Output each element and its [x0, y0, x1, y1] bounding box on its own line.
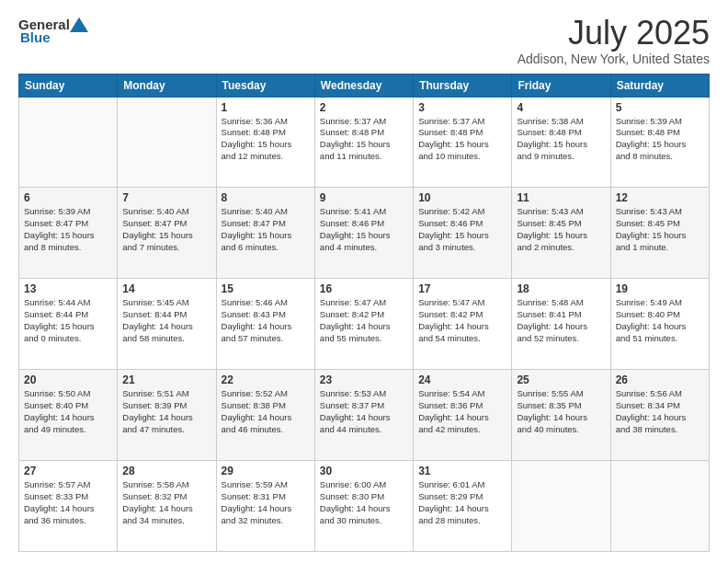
calendar-week-row: 13Sunrise: 5:44 AM Sunset: 8:44 PM Dayli… — [19, 279, 710, 370]
day-number: 7 — [122, 191, 210, 204]
calendar-cell: 18Sunrise: 5:48 AM Sunset: 8:41 PM Dayli… — [512, 279, 610, 370]
day-number: 23 — [320, 373, 408, 386]
calendar-cell: 23Sunrise: 5:53 AM Sunset: 8:37 PM Dayli… — [314, 370, 413, 461]
day-number: 8 — [222, 191, 310, 204]
day-info: Sunrise: 5:49 AM Sunset: 8:40 PM Dayligh… — [616, 297, 704, 344]
day-info: Sunrise: 5:41 AM Sunset: 8:46 PM Dayligh… — [320, 206, 408, 253]
day-number: 21 — [122, 373, 210, 386]
day-info: Sunrise: 5:52 AM Sunset: 8:38 PM Dayligh… — [222, 388, 310, 435]
logo-blue-text: Blue — [20, 29, 51, 45]
main-title: July 2025 — [518, 15, 710, 52]
calendar-cell: 31Sunrise: 6:01 AM Sunset: 8:29 PM Dayli… — [414, 461, 512, 552]
day-number: 22 — [222, 373, 310, 386]
calendar-cell: 1Sunrise: 5:36 AM Sunset: 8:48 PM Daylig… — [216, 97, 314, 188]
calendar-cell: 2Sunrise: 5:37 AM Sunset: 8:48 PM Daylig… — [314, 97, 413, 188]
calendar-cell: 28Sunrise: 5:58 AM Sunset: 8:32 PM Dayli… — [118, 461, 216, 552]
day-number: 28 — [122, 465, 210, 477]
calendar-cell: 24Sunrise: 5:54 AM Sunset: 8:36 PM Dayli… — [414, 370, 512, 461]
day-number: 4 — [517, 101, 605, 114]
day-number: 6 — [24, 191, 112, 204]
calendar-cell — [118, 97, 216, 188]
day-number: 30 — [320, 465, 408, 477]
calendar-cell: 4Sunrise: 5:38 AM Sunset: 8:48 PM Daylig… — [512, 97, 610, 188]
logo-icon — [70, 15, 88, 33]
day-number: 5 — [616, 101, 704, 114]
calendar-table: SundayMondayTuesdayWednesdayThursdayFrid… — [18, 74, 710, 552]
day-info: Sunrise: 5:43 AM Sunset: 8:45 PM Dayligh… — [616, 206, 704, 253]
day-number: 20 — [24, 373, 112, 386]
day-number: 9 — [320, 191, 408, 204]
calendar-day-header: Wednesday — [314, 74, 413, 97]
calendar-cell: 20Sunrise: 5:50 AM Sunset: 8:40 PM Dayli… — [19, 370, 118, 461]
day-info: Sunrise: 5:40 AM Sunset: 8:47 PM Dayligh… — [222, 206, 310, 253]
day-number: 24 — [418, 373, 506, 386]
calendar-header-row: SundayMondayTuesdayWednesdayThursdayFrid… — [19, 74, 710, 97]
calendar-cell: 12Sunrise: 5:43 AM Sunset: 8:45 PM Dayli… — [610, 188, 709, 279]
day-info: Sunrise: 5:48 AM Sunset: 8:41 PM Dayligh… — [517, 297, 605, 344]
calendar-cell — [610, 461, 709, 552]
calendar-cell: 15Sunrise: 5:46 AM Sunset: 8:43 PM Dayli… — [216, 279, 314, 370]
logo: General Blue — [18, 15, 88, 45]
day-number: 17 — [418, 282, 506, 295]
day-info: Sunrise: 5:39 AM Sunset: 8:48 PM Dayligh… — [616, 116, 704, 163]
day-number: 1 — [222, 101, 310, 114]
day-number: 2 — [320, 101, 408, 114]
day-number: 31 — [418, 465, 506, 477]
day-info: Sunrise: 5:37 AM Sunset: 8:48 PM Dayligh… — [418, 116, 506, 163]
calendar-cell: 25Sunrise: 5:55 AM Sunset: 8:35 PM Dayli… — [512, 370, 610, 461]
calendar-cell: 30Sunrise: 6:00 AM Sunset: 8:30 PM Dayli… — [314, 461, 413, 552]
day-number: 19 — [616, 282, 704, 295]
day-info: Sunrise: 5:44 AM Sunset: 8:44 PM Dayligh… — [24, 297, 112, 344]
calendar-day-header: Monday — [118, 74, 216, 97]
day-number: 25 — [517, 373, 605, 386]
day-number: 11 — [517, 191, 605, 204]
calendar-cell: 10Sunrise: 5:42 AM Sunset: 8:46 PM Dayli… — [414, 188, 512, 279]
calendar-day-header: Tuesday — [216, 74, 314, 97]
day-info: Sunrise: 6:00 AM Sunset: 8:30 PM Dayligh… — [320, 479, 408, 526]
day-info: Sunrise: 5:50 AM Sunset: 8:40 PM Dayligh… — [24, 388, 112, 435]
day-info: Sunrise: 5:42 AM Sunset: 8:46 PM Dayligh… — [418, 206, 506, 253]
day-info: Sunrise: 5:38 AM Sunset: 8:48 PM Dayligh… — [517, 116, 605, 163]
day-info: Sunrise: 5:53 AM Sunset: 8:37 PM Dayligh… — [320, 388, 408, 435]
calendar-cell: 26Sunrise: 5:56 AM Sunset: 8:34 PM Dayli… — [610, 370, 709, 461]
calendar-cell — [512, 461, 610, 552]
day-info: Sunrise: 5:57 AM Sunset: 8:33 PM Dayligh… — [24, 479, 112, 526]
title-block: July 2025 Addison, New York, United Stat… — [518, 15, 710, 66]
header: General Blue July 2025 Addison, New York… — [18, 15, 710, 66]
calendar-cell: 6Sunrise: 5:39 AM Sunset: 8:47 PM Daylig… — [19, 188, 118, 279]
day-info: Sunrise: 5:58 AM Sunset: 8:32 PM Dayligh… — [122, 479, 210, 526]
calendar-cell: 29Sunrise: 5:59 AM Sunset: 8:31 PM Dayli… — [216, 461, 314, 552]
calendar-cell: 21Sunrise: 5:51 AM Sunset: 8:39 PM Dayli… — [118, 370, 216, 461]
calendar-week-row: 1Sunrise: 5:36 AM Sunset: 8:48 PM Daylig… — [19, 97, 710, 188]
calendar-cell: 27Sunrise: 5:57 AM Sunset: 8:33 PM Dayli… — [19, 461, 118, 552]
day-info: Sunrise: 5:36 AM Sunset: 8:48 PM Dayligh… — [222, 116, 310, 163]
day-info: Sunrise: 5:47 AM Sunset: 8:42 PM Dayligh… — [320, 297, 408, 344]
calendar-week-row: 20Sunrise: 5:50 AM Sunset: 8:40 PM Dayli… — [19, 370, 710, 461]
calendar-cell: 16Sunrise: 5:47 AM Sunset: 8:42 PM Dayli… — [314, 279, 413, 370]
day-number: 26 — [616, 373, 704, 386]
calendar-day-header: Saturday — [610, 74, 709, 97]
day-number: 29 — [222, 465, 310, 477]
calendar-cell: 14Sunrise: 5:45 AM Sunset: 8:44 PM Dayli… — [118, 279, 216, 370]
day-info: Sunrise: 5:55 AM Sunset: 8:35 PM Dayligh… — [517, 388, 605, 435]
calendar-cell: 8Sunrise: 5:40 AM Sunset: 8:47 PM Daylig… — [216, 188, 314, 279]
day-info: Sunrise: 5:45 AM Sunset: 8:44 PM Dayligh… — [122, 297, 210, 344]
calendar-cell: 5Sunrise: 5:39 AM Sunset: 8:48 PM Daylig… — [610, 97, 709, 188]
day-number: 15 — [222, 282, 310, 295]
day-number: 12 — [616, 191, 704, 204]
day-number: 27 — [24, 465, 112, 477]
calendar-cell: 17Sunrise: 5:47 AM Sunset: 8:42 PM Dayli… — [414, 279, 512, 370]
subtitle: Addison, New York, United States — [518, 52, 710, 66]
day-number: 16 — [320, 282, 408, 295]
day-number: 14 — [122, 282, 210, 295]
calendar-day-header: Friday — [512, 74, 610, 97]
day-number: 3 — [418, 101, 506, 114]
calendar-cell: 9Sunrise: 5:41 AM Sunset: 8:46 PM Daylig… — [314, 188, 413, 279]
day-info: Sunrise: 6:01 AM Sunset: 8:29 PM Dayligh… — [418, 479, 506, 526]
calendar-cell: 19Sunrise: 5:49 AM Sunset: 8:40 PM Dayli… — [610, 279, 709, 370]
calendar-week-row: 27Sunrise: 5:57 AM Sunset: 8:33 PM Dayli… — [19, 461, 710, 552]
calendar-week-row: 6Sunrise: 5:39 AM Sunset: 8:47 PM Daylig… — [19, 188, 710, 279]
day-number: 10 — [418, 191, 506, 204]
calendar-day-header: Thursday — [414, 74, 512, 97]
day-info: Sunrise: 5:39 AM Sunset: 8:47 PM Dayligh… — [24, 206, 112, 253]
